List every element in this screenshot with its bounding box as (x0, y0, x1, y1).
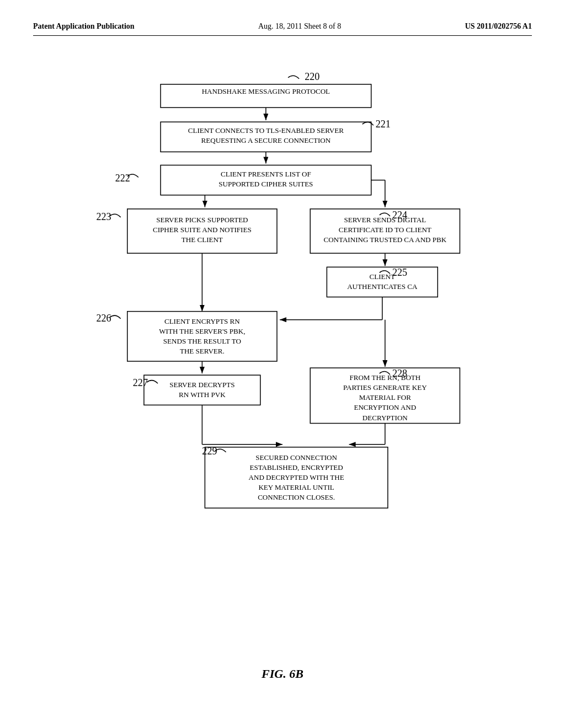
ref-221-label: 221 (376, 119, 391, 130)
node-228-text-3: MATERIAL FOR (359, 393, 411, 402)
node-228-text-4: ENCRYPTION AND (354, 403, 416, 411)
diagram-area: 220 HANDSHAKE MESSAGING PROTOCOL 221 CLI… (33, 52, 532, 661)
node-229-text-4: KEY MATERIAL UNTIL (258, 483, 334, 491)
node-222-text-1: CLIENT PRESENTS LIST OF (221, 170, 311, 178)
node-228-text-1: FROM THE RN, BOTH (349, 373, 420, 382)
node-228-text-2: PARTIES GENERATE KEY (343, 383, 427, 392)
ref-223-label: 223 (97, 211, 111, 222)
node-225-text-1: CLIENT (370, 272, 395, 281)
node-221-text-1: CLIENT CONNECTS TO TLS-ENABLED SERVER (188, 126, 344, 135)
node-224-text-2: CERTIFICATE ID TO CLIENT (339, 226, 431, 234)
node-223-text-1: SERVER PICKS SUPPORTED (156, 216, 248, 224)
node-226-text-1: CLIENT ENCRYPTS RN (164, 317, 240, 325)
header-patent-number: US 2011/0202756 A1 (465, 22, 532, 31)
ref-221-bracket (363, 122, 374, 126)
node-226-text-2: WITH THE SERVER'S PBK, (159, 327, 245, 335)
ref-220-bracket (288, 76, 299, 79)
header-date-sheet: Aug. 18, 2011 Sheet 8 of 8 (258, 22, 341, 31)
header-publication-label: Patent Application Publication (33, 22, 135, 31)
patent-diagram: 220 HANDSHAKE MESSAGING PROTOCOL 221 CLI… (33, 52, 532, 659)
node-229-text-5: CONNECTION CLOSES. (258, 493, 335, 501)
page: Patent Application Publication Aug. 18, … (0, 0, 565, 728)
node-225-text-2: AUTHENTICATES CA (347, 282, 418, 291)
header: Patent Application Publication Aug. 18, … (33, 22, 532, 36)
node-227-text-1: SERVER DECRYPTS (169, 381, 234, 389)
node-227-text-2: RN WITH PVK (179, 390, 226, 399)
node-228-text-5: DECRYPTION (363, 414, 408, 422)
node-225-box (327, 267, 438, 297)
ref-220-label: 220 (305, 71, 319, 82)
node-224-text-3: CONTAINING TRUSTED CA AND PBK (323, 235, 446, 244)
node-223-text-3: THE CLIENT (182, 235, 223, 244)
node-224-text-1: SERVER SENDS DIGITAL (344, 216, 426, 224)
ref-227-bracket (147, 381, 158, 384)
node-229-text-3: AND DECRYPTED WITH THE (249, 473, 344, 481)
ref-222-label: 222 (115, 173, 130, 184)
ref-226-label: 226 (97, 313, 111, 324)
figure-label: FIG. 6B (33, 667, 532, 681)
node-226-text-4: THE SERVER. (180, 347, 225, 355)
node-220-text: HANDSHAKE MESSAGING PROTOCOL (202, 87, 330, 95)
node-226-text-3: SENDS THE RESULT TO (163, 337, 241, 345)
node-221-text-2: REQUESTING A SECURE CONNECTION (201, 136, 331, 144)
node-229-text-1: SECURED CONNECTION (255, 453, 337, 462)
node-227-box (144, 375, 260, 405)
ref-227-label: 227 (133, 377, 148, 388)
node-222-text-2: SUPPORTED CIPHER SUITES (218, 180, 313, 188)
node-229-text-2: ESTABLISHED, ENCRYPTED (249, 463, 343, 472)
node-223-text-2: CIPHER SUITE AND NOTIFIES (153, 226, 252, 234)
